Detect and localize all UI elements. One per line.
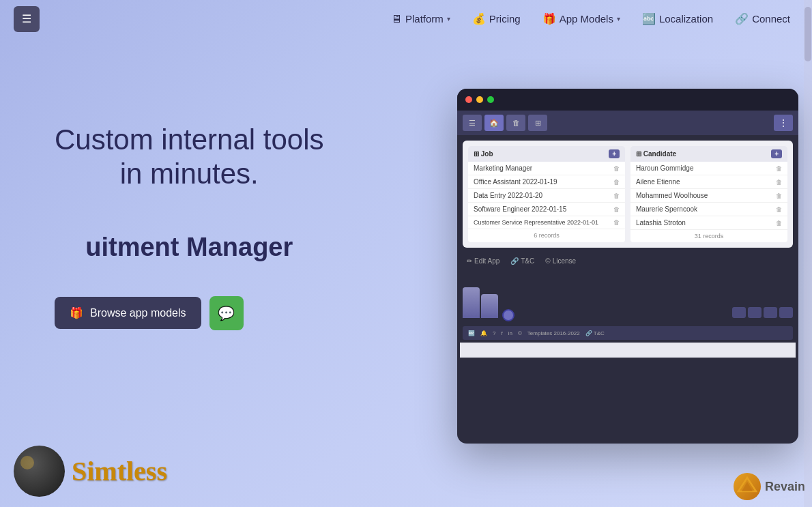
pricing-icon: 💰 [472,12,486,25]
tc-link[interactable]: 🔗 T&C [510,257,534,265]
connect-icon: 🔗 [735,12,749,25]
app-models-nav-item[interactable]: 🎁 App Models ▾ [534,8,628,29]
browse-label: Browse app models [90,307,186,319]
figure-1 [463,287,480,318]
mockup-toolbar: ☰ 🏠 🗑 ⊞ ⋮ [457,111,798,135]
toolbar-menu-btn[interactable]: ☰ [463,115,482,131]
browse-icon: 🎁 [70,306,83,319]
ctrl-btn[interactable] [764,307,777,318]
localization-icon: 🔤 [642,12,656,25]
job-table-footer: 6 records [468,229,625,242]
minimize-dot [476,96,483,103]
platform-icon: 🖥 [391,13,402,25]
row-icon: 🗑 [613,179,620,186]
platform-nav-item[interactable]: 🖥 Platform ▾ [383,9,459,29]
candidate-table-title: ⊞ Candidate [636,150,676,158]
candidate-table-header: ⊞ Candidate + [630,146,787,162]
hero-title-line2: in minutes. [55,157,324,191]
job-table: ⊞ Job + Marketing Manager 🗑 Office Assis… [468,146,625,242]
browse-app-models-button[interactable]: 🎁 Browse app models [55,297,201,329]
job-table-add-btn[interactable]: + [609,149,620,158]
navbar: ☰ 🖥 Platform ▾ 💰 Pricing 🎁 App Models ▾ … [0,0,812,38]
figure-3 [499,280,517,318]
toolbar-grid-btn[interactable]: ⊞ [528,115,547,131]
ctrl-btn[interactable] [779,307,793,318]
chevron-down-icon: ▾ [447,15,450,23]
revain-logo-svg [737,476,757,497]
mockup-page-bar: 🔤 🔔 ? f in © Templates 2016-2022 🔗 T&C [463,326,793,340]
table-row: Latashia Stroton 🗑 [630,216,787,230]
table-row: Ailene Etienne 🗑 [630,175,787,189]
pricing-nav-item[interactable]: 💰 Pricing [464,8,529,29]
connect-nav-item[interactable]: 🔗 Connect [727,8,798,29]
page-bar-text: © [518,330,522,336]
row-icon: 🗑 [776,165,782,172]
candidate-table-add-btn[interactable]: + [771,149,782,158]
hamburger-icon: ☰ [22,12,31,25]
row-icon: 🗑 [613,192,620,199]
logo-planet-icon [14,446,65,497]
nav-links: 🖥 Platform ▾ 💰 Pricing 🎁 App Models ▾ 🔤 … [383,8,798,29]
app-mockup: ☰ 🏠 🗑 ⊞ ⋮ ⊞ Job + Marketing Manager 🗑 Of… [457,89,798,444]
page-bar-text: 🔔 [480,330,487,336]
page-bar-templates: Templates 2016-2022 [527,330,580,336]
maximize-dot [487,96,494,103]
brand-logo: Simtless [14,446,167,497]
table-row: Data Entry 2022-01-20 🗑 [468,189,625,203]
toolbar-more-btn[interactable]: ⋮ [774,115,793,131]
mockup-titlebar [457,89,798,111]
chat-button[interactable]: 💬 [209,296,244,330]
table-row: Marketing Manager 🗑 [468,162,625,175]
connect-label: Connect [752,13,790,25]
hero-title: Custom internal tools in minutes. [55,123,324,192]
hero-section: Custom internal tools in minutes. uitmen… [55,123,324,330]
mockup-figures [463,280,517,318]
hero-buttons: 🎁 Browse app models 💬 [55,296,324,330]
job-table-header: ⊞ Job + [468,146,625,162]
mockup-bottom-bar [460,343,796,358]
figure-head [502,309,514,321]
ctrl-btn[interactable] [748,307,762,318]
chevron-down-icon: ▾ [617,15,620,23]
revain-badge[interactable]: Revain [734,473,805,500]
table-row: Office Assistant 2022-01-19 🗑 [468,175,625,189]
ctrl-btn[interactable] [732,307,746,318]
hero-rotating-text: uitment Manager [55,233,324,262]
job-table-title: ⊞ Job [474,150,493,158]
localization-nav-item[interactable]: 🔤 Localization [634,8,721,29]
table-row: Customer Service Representative 2022-01-… [468,216,625,229]
link-icon: 🔗 [510,257,519,265]
row-icon: 🗑 [776,192,782,199]
row-icon: 🗑 [776,220,782,227]
mockup-footer-links: ✏ Edit App 🔗 T&C © License [457,253,798,269]
revain-icon [734,473,761,500]
close-dot [465,96,472,103]
hamburger-button[interactable]: ☰ [14,6,40,32]
edit-app-link[interactable]: ✏ Edit App [467,257,499,265]
mockup-tables: ⊞ Job + Marketing Manager 🗑 Office Assis… [463,141,793,248]
app-models-icon: 🎁 [542,12,556,25]
mockup-controls [519,307,793,318]
copyright-icon: © [545,257,550,265]
toolbar-home-btn[interactable]: 🏠 [484,115,504,131]
page-bar-text: ? [493,330,495,336]
platform-label: Platform [405,13,444,25]
chat-icon: 💬 [218,305,235,321]
row-icon: 🗑 [776,206,782,213]
page-bar-tc: 🔗 T&C [585,330,605,336]
page-bar-text: in [508,330,512,336]
edit-icon: ✏ [467,257,472,265]
toolbar-delete-btn[interactable]: 🗑 [506,115,525,131]
logo-text: Simtless [72,455,167,487]
candidate-table-footer: 31 records [630,230,787,242]
license-link[interactable]: © License [545,257,576,265]
localization-label: Localization [659,13,713,25]
pricing-label: Pricing [489,13,521,25]
table-row: Software Engineer 2022-01-15 🗑 [468,203,625,216]
figure-2 [481,294,498,318]
hero-title-line1: Custom internal tools [55,124,324,156]
scrollbar-track[interactable] [804,0,812,507]
row-icon: 🗑 [613,206,620,213]
control-buttons [732,307,793,318]
row-icon: 🗑 [613,165,620,172]
